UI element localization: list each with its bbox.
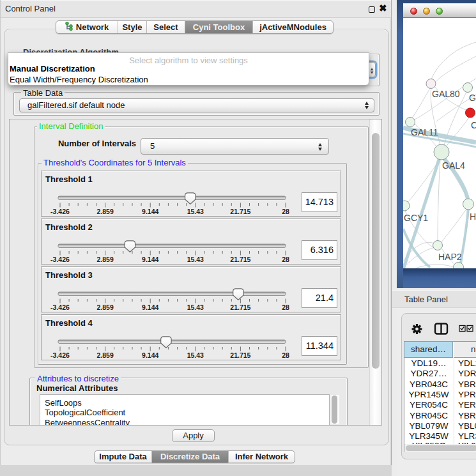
svg-text:GAL11: GAL11 [411,127,438,137]
svg-text:GAL80: GAL80 [432,89,460,99]
svg-text:H: H [470,211,476,222]
svg-text:C: C [471,120,476,130]
svg-text:GCY1: GCY1 [404,213,428,223]
svg-text:HAP2: HAP2 [438,252,462,262]
svg-text:GAL4: GAL4 [442,160,465,171]
svg-text:G: G [469,93,476,103]
